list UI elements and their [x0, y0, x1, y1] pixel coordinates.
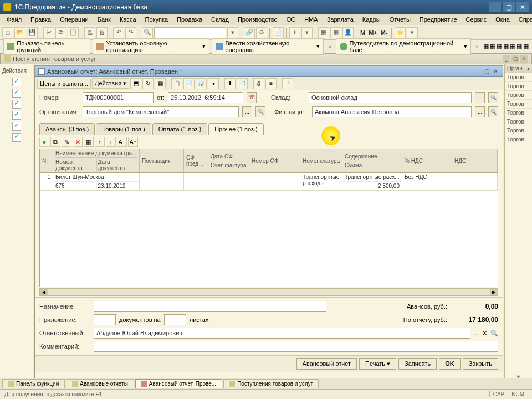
menu-production[interactable]: Производство [233, 14, 282, 25]
check-icon[interactable] [12, 111, 21, 120]
more-icon[interactable]: ▾ [301, 27, 313, 38]
write-button[interactable]: Записать [398, 358, 437, 370]
task-panel[interactable]: Панель функций [2, 379, 65, 388]
org-search-icon[interactable]: 🔍 [255, 106, 265, 117]
menu-sale[interactable]: Продажа [172, 14, 207, 25]
search-input[interactable] [154, 27, 226, 38]
dt-icon-3[interactable]: ▦ [155, 78, 166, 89]
guide-button[interactable]: Путеводитель по демонстрационной базе ▾ [336, 38, 471, 55]
show-panel-button[interactable]: Показать панель функций [3, 38, 90, 55]
subwin-max[interactable]: ▢ [511, 55, 519, 63]
calc2-icon[interactable]: ▦ [330, 27, 341, 38]
check-icon[interactable] [12, 133, 21, 142]
print-icon[interactable]: 🖶 [84, 27, 95, 38]
task-current[interactable]: Авансовый отчет. Прове... [135, 379, 222, 388]
ok-button[interactable]: OK [439, 358, 461, 370]
menu-warehouse[interactable]: Склад [207, 14, 233, 25]
close-doc-button[interactable]: Закрыть [463, 358, 498, 370]
print-button[interactable]: Печать ▾ [359, 358, 396, 370]
tab-payment[interactable]: Оплата (1 поз.) [152, 123, 207, 135]
tab-advances[interactable]: Авансы (0 поз.) [39, 123, 95, 135]
person-select-icon[interactable]: ... [475, 106, 485, 117]
dt-icon-11[interactable]: ≡ [265, 78, 277, 89]
scroll-right-icon[interactable]: ▶ [490, 289, 498, 295]
fb-icon-1[interactable]: ▦ [483, 43, 489, 50]
sklad-input[interactable] [309, 92, 472, 103]
menu-bank[interactable]: Банк [93, 14, 115, 25]
search-icon[interactable]: 🔍 [142, 27, 153, 38]
grid-hscroll[interactable]: ◀ ▶ [39, 288, 498, 296]
sort-desc-icon[interactable]: A↑ [128, 137, 138, 147]
menu-nma[interactable]: НМА [300, 14, 322, 25]
rcol-item[interactable]: Торгов [505, 82, 532, 91]
dt-icon-10[interactable]: ⎙ [253, 78, 264, 89]
date-input[interactable] [168, 92, 243, 103]
check-icon[interactable] [12, 100, 21, 109]
star-drop-icon[interactable]: ▾ [407, 27, 418, 38]
menu-os[interactable]: ОС [282, 14, 300, 25]
dt-icon-2[interactable]: ↻ [142, 78, 154, 89]
sklad-search-icon[interactable]: 🔍 [488, 92, 498, 103]
paste-icon[interactable]: 📋 [68, 27, 79, 38]
preview-icon[interactable]: 🗎 [96, 27, 108, 38]
org-input[interactable] [83, 106, 239, 117]
gt-icon-1[interactable]: ▦ [84, 137, 94, 147]
tab-other[interactable]: Прочее (1 поз.) [208, 123, 263, 135]
comm-input[interactable] [94, 341, 498, 352]
move-down-icon[interactable]: ↓ [106, 137, 116, 147]
fb-icon-2[interactable]: ▦ [490, 43, 495, 50]
doc-max[interactable]: ▢ [483, 68, 490, 75]
dropdown-icon[interactable]: ▾ [227, 27, 238, 38]
doc-icon[interactable]: 📄 [273, 27, 284, 38]
check-icon[interactable] [12, 78, 21, 86]
dt-help-icon[interactable]: ? [282, 78, 293, 89]
col-vat[interactable]: НДС [452, 149, 498, 172]
scroll-left-icon[interactable]: ◀ [40, 289, 48, 295]
move-up-icon[interactable]: ↑ [95, 137, 105, 147]
set-org-button[interactable]: Установить основную организацию ▾ [93, 38, 209, 55]
menu-help[interactable]: Справка [514, 14, 532, 25]
delete-row-icon[interactable]: ✕ [73, 137, 83, 147]
rcol-item[interactable]: Торгов [505, 117, 532, 126]
col-nomenclature[interactable]: Номенклатура [300, 149, 342, 172]
menu-enterprise[interactable]: Предприятие [415, 14, 462, 25]
col-vatpct[interactable]: % НДС [402, 149, 452, 172]
enter-op-button[interactable]: Ввести хозяйственную операцию ▾ [212, 38, 324, 55]
copy-icon[interactable]: ⧉ [55, 27, 66, 38]
col-numsf[interactable]: Номер СФ [249, 149, 300, 172]
dt-icon-5[interactable]: 📄 [183, 78, 195, 89]
resp-input[interactable] [94, 328, 470, 339]
subwin-close[interactable]: ✕ [520, 55, 528, 63]
doc-header[interactable]: Авансовый отчет: Авансовый отчет. Провед… [35, 66, 503, 77]
undo-icon[interactable]: ↶ [113, 27, 124, 38]
fb-icon-4[interactable]: ▦ [503, 43, 509, 50]
more-dots[interactable]: » [326, 43, 334, 50]
menu-service[interactable]: Сервис [462, 14, 492, 25]
advance-report-button[interactable]: Авансовый отчет [296, 358, 357, 370]
rcol-header[interactable]: Орган▴ [505, 64, 532, 73]
minimize-button[interactable]: _ [489, 2, 501, 12]
calendar-icon[interactable]: 📅 [247, 92, 257, 103]
col-sf[interactable]: СФ пред... [184, 149, 208, 172]
task-reports[interactable]: Авансовые отчеты [66, 379, 134, 388]
resp-clear-icon[interactable]: ✕ [482, 330, 487, 337]
menu-hr[interactable]: Кадры [358, 14, 385, 25]
dt-icon-4[interactable]: 📋 [171, 78, 182, 89]
col-n[interactable]: N: [40, 149, 53, 172]
menu-purchase[interactable]: Покупка [141, 14, 173, 25]
col-datesf[interactable]: Дата СФ Счет-фактура [208, 149, 249, 172]
prices-button[interactable]: Цены и валюта... [37, 79, 91, 89]
mminus-button[interactable]: M- [380, 29, 389, 36]
col-name[interactable]: Наименование документа (ра... Номер доку… [53, 149, 140, 172]
col-supplier[interactable]: Поставщик [140, 149, 184, 172]
redo-icon[interactable]: ↷ [125, 27, 136, 38]
new-icon[interactable]: □ [2, 27, 13, 38]
fb-icon-6[interactable]: ▦ [516, 43, 522, 50]
menu-reports[interactable]: Отчеты [385, 14, 415, 25]
check-icon[interactable] [12, 89, 21, 98]
number-input[interactable] [83, 92, 154, 103]
fb-icon-7[interactable]: ▦ [523, 43, 529, 50]
save-icon[interactable]: 💾 [27, 27, 38, 38]
dt-icon-6[interactable]: 📊 [196, 78, 207, 89]
sklad-select-icon[interactable]: ... [475, 92, 485, 103]
